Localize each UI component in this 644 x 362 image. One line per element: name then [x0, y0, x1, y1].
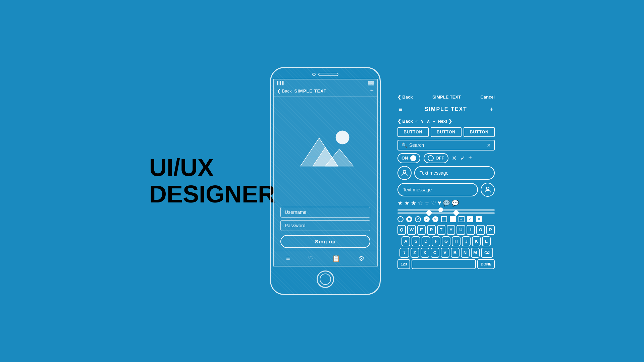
chat-row-1: Text message — [397, 166, 495, 180]
checkbox-check-filled[interactable]: ✓ — [467, 216, 473, 222]
svg-point-5 — [403, 170, 406, 173]
phone-speaker — [318, 73, 338, 76]
phone-plus-button[interactable]: + — [370, 87, 374, 95]
check-icon: ✓ — [460, 155, 465, 162]
tab-menu-icon[interactable]: ≡ — [286, 254, 290, 262]
phone-top-bar — [271, 68, 380, 79]
search-input[interactable]: Search — [409, 142, 485, 148]
star-empty-4[interactable]: ☆ — [418, 199, 423, 207]
toggle-off-switch[interactable]: OFF — [424, 153, 448, 163]
sliders — [397, 209, 495, 214]
signup-button[interactable]: Sing up — [280, 235, 370, 248]
key-z[interactable]: Z — [411, 248, 419, 258]
key-h[interactable]: H — [452, 236, 461, 246]
tab-notes-icon[interactable]: 📋 — [332, 254, 340, 262]
button-2[interactable]: BUTTON — [431, 127, 462, 137]
checkbox-filled[interactable] — [450, 216, 456, 222]
bubble-filled-icon[interactable]: 💬 — [451, 199, 459, 207]
nav2-back[interactable]: ❮ Back — [397, 119, 413, 124]
username-field[interactable]: Username — [280, 207, 370, 218]
key-q[interactable]: Q — [397, 225, 406, 235]
slider-1-thumb[interactable] — [438, 207, 443, 212]
button-3[interactable]: BUTTON — [464, 127, 495, 137]
key-a[interactable]: A — [401, 236, 410, 246]
chat-message-1[interactable]: Text message — [414, 166, 495, 180]
key-d[interactable]: D — [422, 236, 430, 246]
slider-2-thumb-2[interactable] — [453, 209, 460, 216]
key-t[interactable]: T — [437, 225, 445, 235]
key-done[interactable]: DONE — [477, 259, 495, 269]
key-space[interactable] — [412, 259, 476, 269]
key-s[interactable]: S — [412, 236, 420, 246]
nav-top-cancel[interactable]: Cancel — [480, 95, 495, 100]
key-m[interactable]: M — [471, 248, 480, 258]
phone-back-button[interactable]: ❮ Back — [277, 88, 292, 94]
key-l[interactable]: L — [482, 236, 491, 246]
star-filled-3[interactable]: ★ — [411, 199, 416, 207]
checkbox-check[interactable]: ✓ — [459, 216, 465, 222]
button-1[interactable]: BUTTON — [397, 127, 429, 137]
key-g[interactable]: G — [442, 236, 450, 246]
search-bar[interactable]: 🔍 Search ✕ — [397, 140, 495, 150]
radio-filled[interactable] — [406, 216, 412, 222]
nav2-down[interactable]: ∨ — [421, 119, 424, 124]
keyboard-row-1: Q W E R T Y U I O P — [397, 225, 495, 235]
nav2-up[interactable]: ∧ — [427, 119, 430, 124]
star-filled-2[interactable]: ★ — [404, 199, 410, 207]
nav-bar-top: ❮ Back SIMPLE TEXT Cancel — [397, 93, 495, 101]
nav2-next-next[interactable]: » — [433, 119, 435, 124]
key-backspace[interactable]: ⌫ — [481, 248, 493, 258]
key-n[interactable]: N — [461, 248, 470, 258]
key-j[interactable]: J — [462, 236, 471, 246]
key-123[interactable]: 123 — [397, 259, 410, 269]
key-u[interactable]: U — [457, 225, 465, 235]
key-x[interactable]: X — [421, 248, 429, 258]
key-f[interactable]: F — [432, 236, 440, 246]
key-b[interactable]: B — [451, 248, 460, 258]
toggle-off-circle — [428, 155, 434, 161]
key-v[interactable]: V — [441, 248, 449, 258]
key-c[interactable]: C — [431, 248, 439, 258]
circle-x[interactable]: ✕ — [432, 216, 438, 222]
slider-2[interactable] — [397, 213, 495, 214]
key-k[interactable]: K — [472, 236, 481, 246]
key-w[interactable]: W — [407, 225, 416, 235]
key-e[interactable]: E — [417, 225, 426, 235]
radio-empty[interactable] — [397, 216, 404, 222]
buttons-row: BUTTON BUTTON BUTTON — [397, 127, 495, 137]
tab-settings-icon[interactable]: ⚙ — [359, 254, 365, 262]
nav-top-title: SIMPLE TEXT — [432, 95, 461, 100]
hamburger-icon[interactable]: ≡ — [399, 106, 402, 113]
key-y[interactable]: Y — [447, 225, 455, 235]
circle-check[interactable]: ✓ — [415, 216, 421, 222]
key-i[interactable]: I — [467, 225, 475, 235]
check-row: ✓ ✓ ✕ ✓ ✓ ✕ — [397, 216, 495, 222]
phone-image-area — [274, 97, 377, 204]
circle-check-filled[interactable]: ✓ — [424, 216, 430, 222]
nav-top-back[interactable]: ❮ Back — [397, 95, 413, 100]
password-field[interactable]: Password — [280, 220, 370, 231]
add-icon[interactable]: + — [489, 106, 493, 113]
nav2-prev-prev[interactable]: « — [416, 119, 418, 124]
key-o[interactable]: O — [476, 225, 485, 235]
phone-home-button[interactable] — [317, 270, 334, 288]
search-clear-icon[interactable]: ✕ — [487, 142, 491, 148]
key-shift[interactable]: ⇧ — [399, 248, 409, 258]
star-empty-5[interactable]: ☆ — [424, 199, 430, 207]
slider-2-thumb-1[interactable] — [426, 209, 432, 216]
chat-message-2[interactable]: Text message — [397, 183, 478, 196]
key-p[interactable]: P — [486, 225, 495, 235]
toggle-on-switch[interactable]: ON — [397, 153, 420, 163]
heart-empty-icon[interactable]: ♡ — [431, 199, 436, 207]
checkbox-x-filled[interactable]: ✕ — [476, 216, 482, 222]
slider-1[interactable] — [397, 209, 495, 210]
checkbox-empty[interactable] — [441, 216, 447, 222]
heart-filled-icon[interactable]: ♥ — [438, 199, 441, 206]
star-filled-1[interactable]: ★ — [397, 199, 403, 207]
title-bar: ≡ SIMPLE TEXT + — [397, 104, 495, 115]
search-icon: 🔍 — [401, 142, 407, 148]
key-r[interactable]: R — [427, 225, 435, 235]
tab-heart-icon[interactable]: ♡ — [308, 254, 314, 262]
bubble-empty-icon[interactable]: 💬 — [443, 199, 450, 207]
nav2-next[interactable]: Next ❯ — [438, 119, 452, 124]
